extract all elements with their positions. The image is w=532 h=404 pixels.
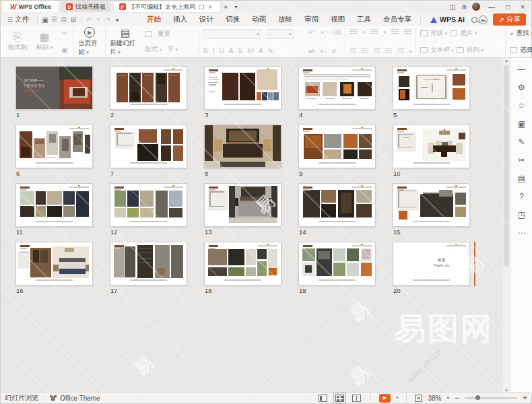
slide-thumbnail-14[interactable] <box>298 183 376 227</box>
reading-view-button[interactable] <box>351 393 362 403</box>
shapes-panel-icon[interactable]: ▣ <box>517 119 527 129</box>
tab-template-store[interactable]: D 找稿壳模板 <box>61 1 111 12</box>
font-name-combo[interactable]: ▾ <box>203 29 261 39</box>
slide-thumbnail-12[interactable] <box>110 183 187 227</box>
slide-thumbnail-16[interactable] <box>15 242 93 285</box>
format-painter-button[interactable]: ⎘ 格式刷 <box>6 32 29 52</box>
member-hat-icon[interactable] <box>479 15 488 24</box>
section-button[interactable]: 节 ▾ <box>167 45 178 54</box>
slide-thumbnail-8[interactable] <box>204 125 281 168</box>
picture-button[interactable]: 图片 ▾ <box>460 29 477 38</box>
collapse-pane-icon[interactable]: — <box>517 65 527 74</box>
menu-tab-插入[interactable]: 插入 <box>167 13 193 26</box>
strikethrough-icon[interactable]: A <box>229 47 234 55</box>
new-tab-button[interactable]: + <box>220 3 231 11</box>
decrease-indent-icon[interactable] <box>391 29 399 35</box>
minimize-button[interactable]: — <box>486 3 498 11</box>
clear-format-icon[interactable]: ⌫ <box>333 29 341 36</box>
tab-list-chevron-icon[interactable]: ▾ <box>231 4 240 10</box>
help-icon[interactable]: ? <box>517 192 527 201</box>
increase-indent-icon[interactable] <box>404 29 411 35</box>
maximize-button[interactable]: □ <box>503 3 512 11</box>
share-button[interactable]: ↗ 分享 <box>493 13 526 26</box>
zoom-slider[interactable] <box>465 397 517 399</box>
slide-thumbnail-6[interactable] <box>15 125 93 168</box>
find-button[interactable]: 查找 ▾ <box>517 29 532 38</box>
underline-icon[interactable]: U <box>219 47 224 55</box>
export-icon[interactable]: ⎘ <box>50 15 59 24</box>
slide-thumbnail-19[interactable] <box>298 242 376 285</box>
slide-thumbnail-3[interactable] <box>204 66 281 110</box>
superscript-icon[interactable]: X² <box>247 47 254 55</box>
pinyin-icon[interactable]: ab <box>308 48 315 55</box>
search-icon[interactable] <box>471 17 477 23</box>
undo-chevron-icon[interactable]: ▾ <box>94 17 103 22</box>
align-left-icon[interactable] <box>350 48 356 55</box>
zoom-chevron-icon[interactable]: ▾ <box>446 395 449 401</box>
tab-close-icon[interactable]: × <box>208 3 212 11</box>
menu-tab-审阅[interactable]: 审阅 <box>298 13 325 26</box>
account-globe-icon[interactable]: ⊕ <box>461 3 467 11</box>
favorites-panel-icon[interactable]: ☆ <box>517 101 527 110</box>
italic-icon[interactable]: I <box>213 47 215 55</box>
justify-icon[interactable] <box>385 48 392 55</box>
select-button[interactable]: 选择 ▾ <box>520 46 532 55</box>
numbered-list-icon[interactable] <box>370 29 378 35</box>
theme-label[interactable]: Office Theme <box>60 395 100 402</box>
reset-button[interactable]: 重置 <box>158 30 170 38</box>
align-right-icon[interactable] <box>374 48 380 55</box>
menu-tab-开始[interactable]: 开始 <box>141 13 167 26</box>
slide-sorter-canvas[interactable]: 现代轻奢——艺图家居·整装精致生活提案123456789101112131415… <box>1 58 532 393</box>
save-icon[interactable]: ▣ <box>40 16 50 24</box>
slide-thumbnail-2[interactable] <box>110 66 187 110</box>
slide-sorter-view-button[interactable] <box>334 393 345 403</box>
slide-thumbnail-5[interactable] <box>393 66 470 110</box>
more-panel-icon[interactable]: ⋯ <box>517 228 527 238</box>
close-button[interactable]: × <box>518 3 527 11</box>
zoom-slider-knob[interactable] <box>475 395 480 400</box>
increase-font-icon[interactable]: A⁺ <box>308 29 316 36</box>
split-view-icon[interactable]: ◫ <box>449 3 455 11</box>
font-size-combo[interactable]: ▾ <box>267 29 294 39</box>
convert-icon[interactable]: ⇄ <box>332 48 337 55</box>
redo-icon[interactable]: ↷ <box>103 16 112 24</box>
slide-thumbnail-18[interactable] <box>204 242 281 285</box>
slide-thumbnail-1[interactable]: 现代轻奢——艺图家居·整装精致生活提案 <box>15 66 93 110</box>
align-center-icon[interactable] <box>362 48 368 55</box>
slideshow-play-button[interactable]: ▶ <box>379 394 391 403</box>
font-color-icon[interactable]: A <box>259 47 263 55</box>
slide-thumbnail-9[interactable] <box>298 125 376 168</box>
avatar[interactable] <box>472 3 480 11</box>
wps-ai-button[interactable]: WPS AI <box>430 15 465 24</box>
menu-tab-工具[interactable]: 工具 <box>351 13 377 26</box>
slide-thumbnail-4[interactable] <box>298 66 376 110</box>
text-direction-icon[interactable]: A↓ <box>320 48 327 55</box>
menu-tab-设计[interactable]: 设计 <box>193 13 220 26</box>
menu-tab-动画[interactable]: 动画 <box>246 13 272 26</box>
paste-button[interactable]: ▦ 粘贴 ▾ <box>33 32 56 52</box>
highlight-icon[interactable]: ✎ <box>268 47 273 55</box>
print-preview-icon[interactable]: ⊞ <box>69 16 78 24</box>
line-spacing-icon[interactable] <box>397 48 404 55</box>
bullet-list-icon[interactable] <box>350 29 357 35</box>
slide-thumbnail-20[interactable]: 谢谢Thank you <box>393 242 470 285</box>
vertical-scrollbar[interactable]: ▲ ▼ <box>503 58 510 393</box>
tab-active-document[interactable]: P 【不可编辑】太仓上海同凰城 × <box>114 1 220 12</box>
slide-thumbnail-13[interactable] <box>204 183 281 227</box>
slide-thumbnail-15[interactable] <box>393 183 470 227</box>
zoom-level[interactable]: 38% <box>428 395 441 402</box>
normal-view-button[interactable] <box>317 393 329 403</box>
slide-thumbnail-17[interactable] <box>110 242 187 285</box>
print-icon[interactable]: ⎙ <box>59 15 69 24</box>
menu-tab-放映[interactable]: 放映 <box>272 13 298 26</box>
wps-home-button[interactable]: W WPS Office <box>3 1 58 12</box>
slide-thumbnail-10[interactable] <box>393 125 470 168</box>
textbox-button[interactable]: 文本框 ▾ <box>430 46 454 55</box>
new-slide-button[interactable]: ▤ 新建幻灯片 ▾ <box>110 28 141 57</box>
settings-panel-icon[interactable]: ⚙ <box>517 83 527 92</box>
zoom-out-button[interactable]: − <box>455 393 459 403</box>
slide-thumbnail-11[interactable] <box>15 183 93 227</box>
menu-tab-视图[interactable]: 视图 <box>325 13 351 26</box>
undo-icon[interactable]: ↶ <box>84 16 94 24</box>
edit-panel-icon[interactable]: ✎ <box>517 137 527 147</box>
